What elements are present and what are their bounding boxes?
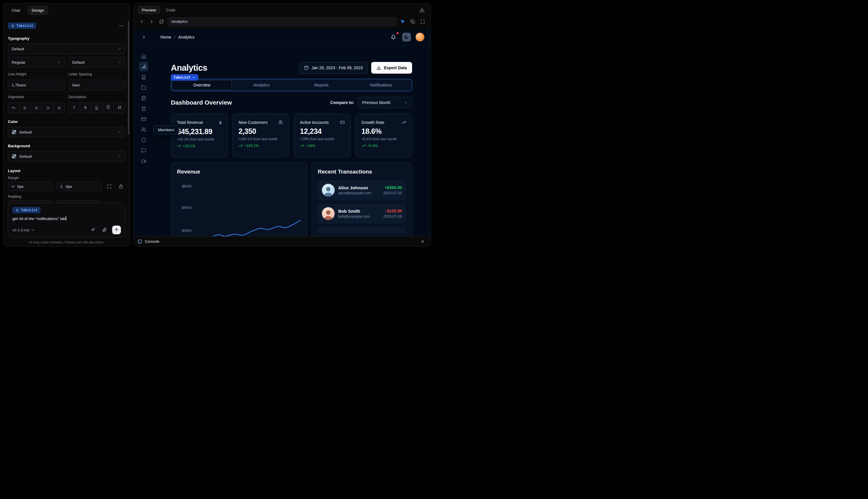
font-family-select[interactable]: Default (8, 44, 125, 54)
tab-reports[interactable]: Reports (292, 80, 351, 90)
person-icon (322, 184, 335, 197)
theme-toggle-button[interactable] (402, 33, 411, 41)
more-options-button[interactable] (117, 22, 125, 30)
chat-composer[interactable]: TabsList get rid of the "notifications" … (8, 203, 125, 238)
margin-y-input[interactable]: 0px (57, 182, 102, 191)
export-data-button[interactable]: Export Data (371, 62, 412, 74)
sidebar-item-meetings[interactable] (139, 157, 148, 166)
sidebar-item-cards[interactable] (139, 114, 148, 124)
forward-button[interactable] (148, 17, 156, 26)
app-content: Analytics TabsList Jan 20, 2023 - Feb 09… (154, 46, 431, 236)
background-select[interactable]: Default (8, 151, 125, 161)
sidebar-toggle-button[interactable] (140, 33, 148, 41)
font-weight-select[interactable]: Regular (8, 57, 65, 68)
font-size-select[interactable]: Default (69, 57, 125, 68)
breadcrumb-current[interactable]: Analytics (178, 35, 195, 39)
sidebar-item-ledger[interactable] (139, 94, 148, 103)
sidebar-item-security[interactable] (139, 136, 148, 145)
align-center-button[interactable] (31, 103, 42, 113)
italic-button[interactable]: I (69, 103, 80, 113)
alignment-group (8, 102, 65, 113)
chevron-right-icon (149, 19, 154, 24)
strikethrough-button[interactable]: S (80, 103, 91, 113)
background-swatch-icon (12, 154, 16, 159)
margin-x-input[interactable]: 0px (8, 182, 53, 191)
tab-design[interactable]: Design (28, 6, 48, 15)
composer-input[interactable]: get rid of the "notifications" tab (12, 216, 121, 221)
tab-chat[interactable]: Chat (8, 6, 24, 15)
tab-notifications[interactable]: Notifications (351, 80, 411, 90)
letter-spacing-input[interactable]: 0em (69, 80, 125, 90)
tab-preview[interactable]: Preview (138, 6, 160, 14)
line-height-input[interactable]: 1.75rem (8, 80, 65, 90)
align-justify-button[interactable] (53, 103, 64, 113)
console-bar[interactable]: Console (134, 236, 431, 246)
sidebar-item-home[interactable] (139, 51, 148, 61)
model-select[interactable]: v0-1.5-md (12, 228, 35, 232)
color-select[interactable]: Default (8, 127, 125, 137)
sidebar-item-messages[interactable] (139, 146, 148, 156)
align-left-button[interactable] (19, 103, 31, 113)
expand-console-button[interactable] (419, 238, 427, 246)
selected-element-chip[interactable]: TabsList (8, 23, 36, 29)
download-icon (376, 65, 381, 70)
messages-icon (141, 148, 146, 154)
trending-up-icon (362, 144, 365, 148)
person-icon (322, 207, 335, 220)
margin-lock-button[interactable] (116, 182, 125, 191)
overline-button[interactable]: O (102, 103, 114, 113)
select-element-tool-button[interactable] (399, 17, 407, 26)
export-label: Export Data (384, 65, 407, 70)
sidebar-item-analytics[interactable] (139, 62, 148, 71)
alignment-label: Alignment (8, 95, 65, 99)
stat-title: Active Accounts (300, 120, 329, 125)
tab-code[interactable]: Code (162, 6, 179, 14)
composer-context-chip[interactable]: TabsList (12, 207, 41, 213)
underline-button[interactable]: U (91, 103, 102, 113)
align-right-button[interactable] (42, 103, 53, 113)
tab-analytics[interactable]: Analytics (232, 80, 292, 90)
transactions-card-title: Recent Transactions (318, 169, 406, 175)
moon-icon (404, 35, 409, 39)
color-value: Default (19, 130, 32, 134)
selection-overlay-chip[interactable]: TabsList (171, 74, 198, 81)
letter-spacing-value: 0em (72, 83, 80, 87)
sidebar-item-billing[interactable] (139, 104, 148, 113)
chevron-down-icon (31, 228, 35, 232)
users-icon (278, 120, 283, 125)
date-range-picker[interactable]: Jan 20, 2023 - Feb 09, 2023 (299, 62, 368, 74)
reset-alignment-button[interactable] (8, 103, 19, 113)
copy-url-button[interactable] (409, 17, 417, 26)
attach-file-button[interactable] (100, 226, 109, 234)
send-button[interactable] (112, 226, 121, 234)
transaction-row[interactable]: Bob Smith bob@example.com -$120.50 2023-… (318, 204, 406, 223)
horizontal-spacing-icon (11, 185, 15, 188)
breadcrumb-home-link[interactable]: Home (160, 35, 171, 39)
sidebar-item-members[interactable] (139, 125, 148, 134)
back-button[interactable] (138, 17, 146, 26)
fullscreen-button[interactable] (419, 17, 427, 26)
compare-select[interactable]: Previous Month (358, 97, 412, 108)
y-tick: $3000 (182, 229, 191, 233)
vertical-spacing-icon (60, 185, 63, 188)
download-project-button[interactable] (418, 6, 426, 14)
background-value: Default (19, 154, 32, 159)
refresh-button[interactable] (158, 17, 165, 26)
user-avatar[interactable] (416, 33, 424, 41)
stat-value: 18.6% (362, 127, 406, 136)
console-label: Console (145, 239, 160, 244)
transaction-row[interactable]: Alice Johnson alice@example.com +$350.00… (318, 180, 406, 200)
url-bar[interactable]: /analytics (168, 17, 397, 26)
trending-up-icon (239, 144, 243, 148)
enhance-prompt-button[interactable] (89, 226, 97, 234)
margin-expand-button[interactable] (105, 182, 114, 191)
stat-subtext: +180.1% from last month (239, 137, 283, 141)
sidebar-item-organization[interactable] (139, 72, 148, 82)
no-decoration-button[interactable]: Ø (114, 103, 125, 113)
panel-scrollbar[interactable] (128, 21, 129, 135)
notebook-icon (141, 96, 146, 101)
chevrons-up-icon (420, 239, 425, 244)
tab-overview[interactable]: Overview (172, 80, 232, 90)
notifications-button[interactable] (389, 33, 397, 41)
sidebar-item-projects[interactable] (139, 83, 148, 92)
